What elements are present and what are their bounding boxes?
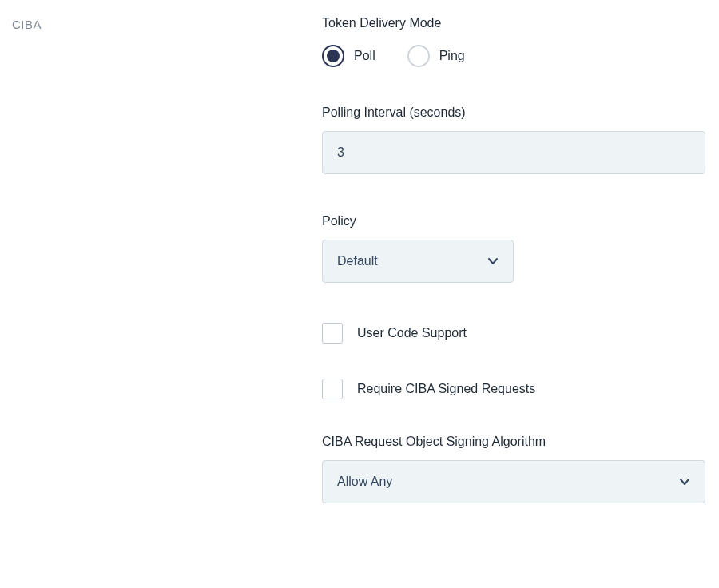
require-signed-requests-label: Require CIBA Signed Requests [357, 382, 535, 396]
user-code-support-checkbox[interactable]: User Code Support [322, 323, 705, 344]
checkbox-icon [322, 379, 343, 399]
signing-algorithm-select[interactable]: Allow Any [322, 460, 705, 503]
signing-algorithm-label: CIBA Request Object Signing Algorithm [322, 435, 705, 449]
user-code-support-label: User Code Support [357, 326, 467, 340]
token-delivery-mode-label: Token Delivery Mode [322, 16, 705, 30]
radio-poll[interactable]: Poll [322, 45, 375, 67]
polling-interval-label: Polling Interval (seconds) [322, 105, 705, 120]
chevron-down-icon [487, 256, 499, 267]
policy-selected-value: Default [337, 254, 378, 268]
radio-icon [322, 45, 344, 67]
radio-ping-label: Ping [439, 49, 465, 63]
require-signed-requests-checkbox[interactable]: Require CIBA Signed Requests [322, 379, 705, 399]
checkbox-icon [322, 323, 343, 344]
policy-select[interactable]: Default [322, 240, 514, 283]
token-delivery-mode-group: Poll Ping [322, 45, 705, 67]
polling-interval-input[interactable] [322, 131, 705, 174]
chevron-down-icon [679, 476, 690, 487]
section-label: CIBA [12, 16, 322, 31]
radio-poll-label: Poll [354, 49, 375, 63]
radio-icon [407, 45, 430, 67]
radio-ping[interactable]: Ping [407, 45, 465, 67]
signing-algorithm-selected-value: Allow Any [337, 475, 392, 489]
form-area: Token Delivery Mode Poll Ping Polling In… [322, 16, 705, 503]
policy-label: Policy [322, 214, 705, 228]
